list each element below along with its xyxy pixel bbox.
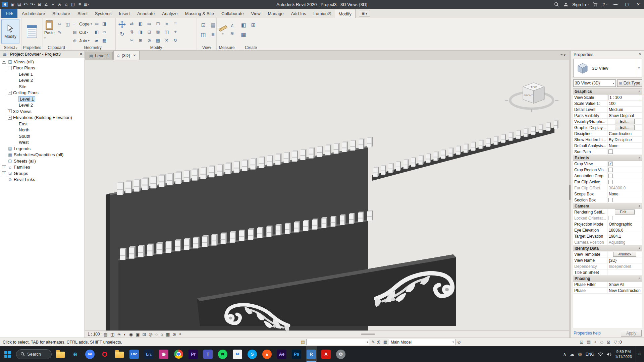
expander-icon[interactable]: − — [8, 91, 12, 95]
open-icon[interactable]: ▤ — [16, 1, 22, 8]
property-value[interactable] — [607, 179, 642, 185]
measure-between-icon[interactable]: ∠ — [229, 22, 235, 28]
taskbar-app-teams[interactable]: T — [203, 346, 213, 362]
expander-icon[interactable]: − — [2, 60, 6, 64]
reveal-hidden-icon[interactable]: ◌ — [155, 332, 158, 337]
taskbar-app-instagram[interactable]: ◉ — [158, 346, 169, 362]
property-value[interactable]: Adjusting — [607, 239, 642, 245]
paste-button[interactable]: Paste ▾ — [44, 20, 55, 40]
expander-icon[interactable]: − — [8, 116, 12, 120]
tree-item-level-2[interactable]: Level 2 — [0, 102, 85, 109]
property-value[interactable]: Edit... — [607, 209, 642, 215]
detail-level-icon[interactable]: ▤ — [104, 332, 108, 337]
taskbar-app-opera[interactable]: O — [99, 346, 110, 362]
clock[interactable]: 9:59 PM 1/11/2023 — [615, 349, 632, 359]
align-icon[interactable]: ⇄ — [128, 20, 135, 26]
tree-item-views-all[interactable]: −◫Views (all) — [0, 59, 85, 65]
edit-button[interactable]: Edit... — [615, 209, 634, 215]
property-value[interactable]: Show All — [607, 282, 642, 287]
uncut-icon[interactable]: ▱ — [101, 29, 108, 35]
view-list-icon[interactable]: ≡ ▾ — [560, 53, 566, 57]
taskbar-app-acrobat[interactable]: A — [321, 346, 331, 362]
pin-icon[interactable]: ⌖ — [172, 29, 179, 35]
unpin-icon[interactable]: ⊞ — [137, 37, 144, 43]
select-link-icon[interactable]: ⊡ — [580, 340, 583, 345]
ribbon-tab-massing-site[interactable]: Massing & Site — [181, 9, 218, 18]
array-icon[interactable]: ⌗ — [172, 20, 179, 26]
property-value[interactable]: <None> — [607, 251, 642, 257]
visibility-graphics-icon[interactable]: ⊡ — [199, 21, 207, 28]
network-icon[interactable] — [598, 352, 603, 356]
modify-contextual-tab[interactable]: ▣ ▾ — [359, 10, 370, 17]
hidden-icons-chevron[interactable]: ∧ — [563, 352, 567, 357]
property-value[interactable]: Independent — [607, 263, 642, 269]
expander-icon[interactable]: + — [2, 171, 6, 175]
section-header-camera[interactable]: Camera« — [573, 203, 642, 209]
temporary-view-properties-icon[interactable]: ▦ — [166, 332, 170, 337]
ribbon-tab-manage[interactable]: Manage — [264, 9, 287, 18]
checkbox-icon[interactable] — [608, 180, 613, 184]
view-scale-label[interactable]: 1 : 100 — [88, 332, 100, 337]
checkbox-icon[interactable] — [608, 198, 613, 202]
property-value[interactable]: Edit... — [607, 119, 642, 124]
property-value[interactable]: Edit... — [607, 125, 642, 130]
align-vertical-icon[interactable]: ⇅ — [128, 29, 135, 35]
taskbar-search[interactable]: Search — [16, 349, 52, 359]
tree-item-level-2[interactable]: Level 2 — [0, 77, 85, 84]
property-value[interactable] — [607, 269, 642, 275]
mirror-icon[interactable]: ▭ — [146, 20, 153, 26]
editable-only-icon[interactable]: ✎ — [371, 340, 375, 345]
help-icon[interactable]: ?▾ — [600, 2, 610, 7]
section-header-extents[interactable]: Extents« — [573, 155, 642, 161]
taskbar-app-folder-2[interactable] — [114, 346, 125, 362]
ribbon-tab-lumion[interactable]: Lumion® — [310, 9, 334, 18]
collapse-icon[interactable]: « — [638, 247, 642, 249]
minimize-button[interactable]: — — [610, 0, 621, 9]
type-selector[interactable]: 3D View ▾ — [573, 59, 642, 77]
edit-type-button[interactable]: ⊞Edit Type — [617, 79, 642, 87]
checkbox-icon[interactable] — [608, 174, 613, 178]
rendering-dialog-icon[interactable]: ◉ — [129, 332, 133, 337]
property-value[interactable] — [607, 173, 642, 179]
unjoin-icon[interactable]: ▦ — [101, 37, 108, 43]
visual-style-icon[interactable]: ◫ — [110, 332, 114, 337]
select-pinned-icon[interactable]: ⌖ — [594, 340, 596, 345]
view-instance-dropdown[interactable]: 3D View: {3D}▾ — [573, 79, 616, 87]
close-inactive-icon[interactable]: ≡ — [209, 31, 217, 38]
property-value[interactable]: {3D} — [607, 257, 642, 263]
ribbon-tab-systems[interactable]: Systems — [91, 9, 115, 18]
mirror-axis-icon[interactable]: ◨ — [137, 29, 144, 35]
ribbon-tab-add-ins[interactable]: Add-Ins — [287, 9, 310, 18]
text-icon[interactable]: A — [56, 1, 63, 8]
ribbon-tab-analyze[interactable]: Analyze — [158, 9, 181, 18]
offset-icon[interactable]: ◧ — [137, 20, 144, 26]
create-group-icon[interactable]: ◧ — [239, 21, 248, 28]
tree-item-revit-links[interactable]: ⊕Revit Links — [0, 177, 85, 183]
property-value[interactable]: By Discipline — [607, 137, 642, 142]
ribbon-tab-file[interactable]: File — [1, 9, 17, 18]
none-button[interactable]: <None> — [613, 252, 636, 257]
three-d-scene[interactable]: TOP FRONT — [85, 60, 569, 330]
ribbon-tab-view[interactable]: View — [248, 9, 264, 18]
property-value[interactable]: Show Original — [607, 113, 642, 118]
taskbar-app-media-app[interactable]: LRC — [129, 346, 140, 362]
copy-icon[interactable]: ◫ — [163, 29, 170, 35]
close-button[interactable]: ✕ — [633, 0, 644, 9]
tree-item-legends[interactable]: ▤Legends — [0, 145, 85, 152]
sign-in-button[interactable]: Sign In▾ — [571, 2, 590, 7]
property-value[interactable]: 304800.0 — [607, 185, 642, 191]
rotate-icon[interactable]: ↻ — [118, 30, 126, 38]
cart-icon[interactable] — [590, 2, 600, 7]
property-value[interactable]: 100 — [607, 101, 642, 106]
cut-profile-icon[interactable]: ✕ — [163, 37, 170, 43]
taskbar-app-chrome[interactable] — [173, 346, 184, 362]
checkbox-icon[interactable] — [608, 168, 613, 172]
ribbon-tab-architecture[interactable]: Architecture — [18, 9, 49, 18]
print-icon[interactable]: ⊟ — [36, 1, 43, 8]
delete-icon[interactable]: ⊠ — [155, 29, 161, 35]
tree-item-families[interactable]: +⌂Families — [0, 164, 85, 171]
demolish-icon[interactable]: ⊘ — [146, 37, 153, 43]
split-icon[interactable]: ≡ — [163, 20, 170, 26]
cut-out-icon[interactable]: ◧ — [93, 29, 100, 35]
apply-coping-icon[interactable]: ▭ — [93, 20, 100, 26]
